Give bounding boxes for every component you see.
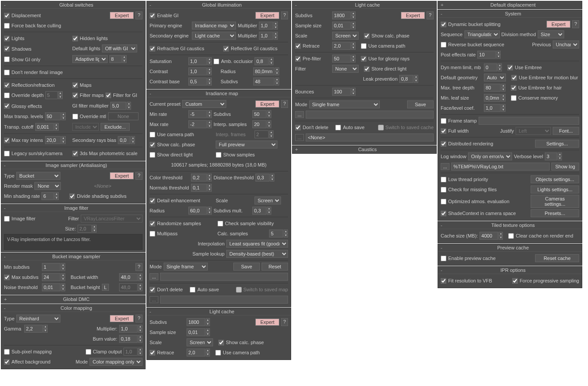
- bounces-spinner[interactable]: ▲▼: [332, 88, 356, 96]
- distributed-checkbox[interactable]: Distributed rendering: [441, 141, 493, 147]
- lights-checkbox[interactable]: Lights: [4, 36, 71, 41]
- verbose-level-spinner[interactable]: ▲▼: [545, 152, 562, 160]
- help-button[interactable]: ?: [427, 11, 434, 19]
- photometric-checkbox[interactable]: 3ds Max photometric scale: [72, 151, 139, 156]
- filter-select[interactable]: None: [332, 65, 359, 73]
- show-gi-only-checkbox[interactable]: Show GI only: [4, 56, 71, 62]
- subdivs-spinner[interactable]: ▲▼: [253, 78, 279, 85]
- expert-button[interactable]: Expert: [110, 315, 134, 322]
- filter-for-gi-checkbox[interactable]: Filter for GI: [105, 93, 137, 98]
- font-button[interactable]: Font...: [553, 127, 579, 135]
- clamp-output-checkbox[interactable]: Clamp output: [86, 349, 122, 355]
- lc-subdivs-spinner[interactable]: ▲▼: [187, 318, 210, 326]
- panel-header[interactable]: -Image sampler (Antialiasing): [1, 162, 145, 169]
- override-mtl-checkbox[interactable]: Override mtl: [72, 114, 106, 119]
- amb-occ-checkbox[interactable]: Amb. occlusior: [213, 59, 253, 64]
- panel-header[interactable]: -Global illumination: [147, 1, 291, 9]
- max-subdivs-checkbox[interactable]: Max subdivs: [4, 275, 40, 280]
- force-prog-checkbox[interactable]: Force progressive sampling: [512, 278, 579, 284]
- browse-button[interactable]: ...: [150, 273, 158, 280]
- switch-saved-checkbox[interactable]: Switch to saved cache: [378, 125, 434, 130]
- saturation-spinner[interactable]: ▲▼: [188, 57, 212, 65]
- path-field-2[interactable]: [306, 134, 434, 141]
- use-embree-motion-checkbox[interactable]: Use Embree for motion blur: [511, 75, 578, 81]
- randomize-samples-checkbox[interactable]: Randomize samples: [150, 221, 216, 226]
- size-spinner[interactable]: ▲▼: [78, 225, 97, 233]
- sub-pixel-checkbox[interactable]: Sub-pixel mapping: [4, 349, 52, 355]
- default-lights-select[interactable]: Off with GI: [102, 45, 137, 52]
- secondary-rays-spinner[interactable]: ▲▼: [118, 136, 135, 144]
- dont-delete-checkbox[interactable]: Don't delete: [295, 125, 328, 130]
- frame-stamp-checkbox[interactable]: Frame stamp: [441, 118, 477, 124]
- filter-maps-checkbox[interactable]: Filter maps: [72, 93, 104, 98]
- sample-size-spinner[interactable]: ▲▼: [187, 328, 210, 336]
- panel-header[interactable]: -Global switches: [1, 1, 145, 9]
- expert-button[interactable]: Expert: [255, 319, 279, 326]
- settings-button[interactable]: Settings...: [535, 140, 579, 148]
- maps-checkbox[interactable]: Maps: [72, 82, 139, 88]
- panel-header[interactable]: -Image filter: [1, 204, 145, 212]
- image-filter-checkbox[interactable]: Image filter: [4, 216, 35, 222]
- browse-button[interactable]: ...: [295, 111, 304, 118]
- glossy-effects-checkbox[interactable]: Glossy effects: [4, 103, 71, 109]
- subdivs-mult-spinner[interactable]: ▲▼: [252, 207, 271, 215]
- primary-mult-spinner[interactable]: ▲▼: [259, 22, 278, 30]
- divide-shading-checkbox[interactable]: Divide shading subdivs: [69, 193, 127, 199]
- retrace-spinner[interactable]: ▲▼: [332, 42, 356, 50]
- cache-size-spinner[interactable]: ▲▼: [479, 232, 503, 240]
- pre-filter-checkbox[interactable]: Pre-filter: [295, 56, 330, 62]
- show-calc-phase-checkbox[interactable]: Show calc. phase: [150, 142, 214, 148]
- min-rate-spinner[interactable]: ▲▼: [188, 110, 212, 118]
- preview-select[interactable]: Full preview: [216, 141, 277, 148]
- cameras-settings-button[interactable]: Cameras settings...: [531, 195, 579, 208]
- multipass-checkbox[interactable]: Multipass: [150, 231, 216, 237]
- override-mtl-button[interactable]: None: [108, 112, 139, 120]
- panel-header[interactable]: -Light cache: [147, 308, 291, 315]
- expert-button[interactable]: Expert: [110, 172, 134, 179]
- lc-mode-select[interactable]: Single frame: [309, 100, 380, 108]
- reset-cache-button[interactable]: Reset cache: [535, 254, 579, 262]
- radius-spinner[interactable]: ▲▼: [253, 67, 279, 75]
- retrace-checkbox[interactable]: Retrace: [150, 350, 185, 356]
- contrast-base-spinner[interactable]: ▲▼: [188, 78, 212, 85]
- show-calc-phase-checkbox[interactable]: Show calc. phase: [364, 33, 409, 39]
- log-path-field[interactable]: [451, 163, 550, 171]
- save-button[interactable]: Save: [407, 100, 434, 108]
- distance-threshold-spinner[interactable]: ▲▼: [255, 174, 274, 182]
- expert-button[interactable]: Expert: [401, 12, 425, 19]
- lights-settings-button[interactable]: Lights settings...: [531, 186, 579, 193]
- division-method-select[interactable]: Size: [538, 30, 564, 38]
- panel-header[interactable]: +Caustics: [292, 146, 436, 153]
- bucket-width-spinner[interactable]: ▲▼: [119, 273, 142, 281]
- enable-preview-cache-checkbox[interactable]: Enable preview cache: [441, 256, 496, 261]
- sample-lookup-select[interactable]: Density-based (best): [226, 250, 288, 258]
- lc-subdivs-spinner[interactable]: ▲▼: [332, 11, 356, 19]
- mode-select[interactable]: Color mapping only: [90, 358, 142, 366]
- legacy-sun-checkbox[interactable]: Legacy sun/sky/camera: [4, 151, 71, 156]
- panel-header[interactable]: -System: [438, 10, 582, 18]
- enable-gi-checkbox[interactable]: Enable GI: [150, 13, 179, 19]
- hidden-lights-checkbox[interactable]: Hidden lights: [72, 36, 139, 41]
- save-button[interactable]: Save: [233, 263, 260, 271]
- max-rate-spinner[interactable]: ▲▼: [188, 120, 212, 128]
- dont-delete-checkbox[interactable]: Don't delete: [150, 287, 183, 293]
- sequence-select[interactable]: Triangulation: [464, 30, 500, 38]
- expert-button[interactable]: Expert: [255, 100, 279, 108]
- help-button[interactable]: ?: [572, 20, 579, 28]
- retrace-checkbox[interactable]: Retrace: [295, 43, 330, 49]
- help-button[interactable]: ?: [135, 172, 142, 180]
- show-direct-light-checkbox[interactable]: Show direct light: [150, 152, 214, 158]
- dyn-bucket-checkbox[interactable]: Dynamic bucket splitting: [441, 22, 501, 27]
- show-log-button[interactable]: Show log: [551, 163, 579, 171]
- help-button[interactable]: ?: [135, 11, 142, 19]
- transp-cutoff-spinner[interactable]: ▲▼: [35, 123, 59, 131]
- panel-header[interactable]: -Light cache: [292, 1, 436, 9]
- gi-filter-mult-spinner[interactable]: ▲▼: [110, 102, 131, 110]
- contrast-spinner[interactable]: ▲▼: [188, 67, 212, 75]
- panel-header[interactable]: -IPR options: [438, 267, 582, 274]
- lock-button[interactable]: L: [102, 284, 109, 291]
- default-geom-select[interactable]: Auto: [484, 74, 506, 82]
- min-subdivs-spinner[interactable]: ▲▼: [42, 263, 65, 271]
- secondary-engine-select[interactable]: Light cache: [192, 32, 236, 40]
- browse-log-button[interactable]: ...: [441, 163, 449, 170]
